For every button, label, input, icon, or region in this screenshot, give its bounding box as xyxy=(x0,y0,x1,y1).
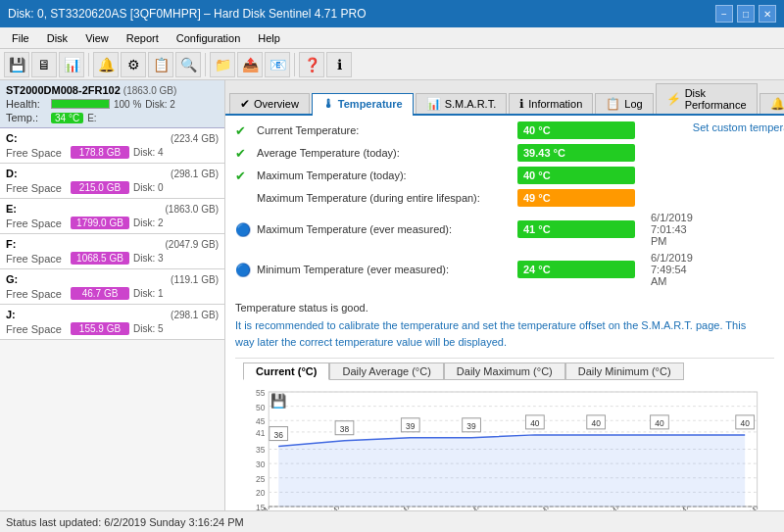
maximize-button[interactable]: □ xyxy=(737,5,755,23)
title-text: Disk: 0, ST3320620AS [3QF0MHPR] – Hard D… xyxy=(8,7,367,21)
menu-configuration[interactable]: Configuration xyxy=(169,30,248,46)
toolbar-btn-6[interactable]: 📋 xyxy=(148,52,173,77)
menu-view[interactable]: View xyxy=(77,30,117,46)
svg-text:39: 39 xyxy=(466,421,476,431)
tab-label-information: Information xyxy=(528,98,582,110)
window-controls: − □ ✕ xyxy=(715,5,776,23)
chart-tabs: Current (°C)Daily Average (°C)Daily Maxi… xyxy=(243,363,766,380)
check-icon: ✔ xyxy=(235,123,251,138)
status-text: Status last updated: 6/2/2019 Sunday 3:1… xyxy=(6,516,244,528)
toolbar: 💾 🖥 📊 🔔 ⚙ 📋 🔍 📁 📤 📧 ❓ ℹ xyxy=(0,49,784,80)
menu-disk[interactable]: Disk xyxy=(39,30,75,46)
tabs-row: ✔Overview🌡Temperature📊S.M.A.R.T.ℹInforma… xyxy=(225,80,784,116)
svg-text:40: 40 xyxy=(655,418,664,428)
drive-list-item[interactable]: E: (1863.0 GB) Free Space 1799.0 GB Disk… xyxy=(0,199,224,234)
temp-row-label: Maximum Temperature (ever measured): xyxy=(257,223,512,235)
temp-label-header: Temp.: xyxy=(6,112,47,123)
drive-list-item[interactable]: C: (223.4 GB) Free Space 178.8 GB Disk: … xyxy=(0,128,224,164)
svg-text:38: 38 xyxy=(340,423,350,433)
status-bar: Status last updated: 6/2/2019 Sunday 3:1… xyxy=(0,510,784,532)
health-bar xyxy=(52,100,109,108)
tab-icon-smart: 📊 xyxy=(426,97,441,111)
tab-smart[interactable]: 📊S.M.A.R.T. xyxy=(416,93,508,114)
temp-row-3: Maximum Temperature (during entire lifes… xyxy=(235,189,693,207)
temp-gauge: 41 °C xyxy=(517,220,635,238)
free-space-label: Free Space xyxy=(6,182,67,194)
chart-tab[interactable]: Current (°C) xyxy=(243,363,329,380)
free-space-value: 215.0 GB xyxy=(71,181,129,194)
toolbar-btn-7[interactable]: 🔍 xyxy=(175,52,201,77)
chart-tab[interactable]: Daily Average (°C) xyxy=(329,363,443,380)
tab-label-log: Log xyxy=(624,98,642,110)
tab-label-diskperf: Disk Performance xyxy=(685,87,747,111)
toolbar-btn-help[interactable]: ❓ xyxy=(299,52,324,77)
free-space-value: 178.8 GB xyxy=(71,146,129,159)
chart-tab[interactable]: Daily Maximum (°C) xyxy=(444,363,565,380)
drive-size: (119.1 GB) xyxy=(171,274,219,285)
right-panel: ✔Overview🌡Temperature📊S.M.A.R.T.ℹInforma… xyxy=(225,80,784,510)
menu-file[interactable]: File xyxy=(4,30,37,46)
drive-list-item[interactable]: G: (119.1 GB) Free Space 46.7 GB Disk: 1 xyxy=(0,269,224,305)
svg-text:55: 55 xyxy=(256,388,266,398)
drive-list-item[interactable]: J: (298.1 GB) Free Space 155.9 GB Disk: … xyxy=(0,305,224,340)
free-space-value: 1799.0 GB xyxy=(71,217,129,229)
free-space-disk: Disk: 0 xyxy=(133,182,164,193)
temp-value: 24 °C xyxy=(517,261,635,278)
tab-log[interactable]: 📋Log xyxy=(595,93,653,114)
free-space-label: Free Space xyxy=(6,288,67,300)
drive-size: (223.4 GB) xyxy=(171,133,219,144)
svg-text:40: 40 xyxy=(530,418,540,428)
tab-overview[interactable]: ✔Overview xyxy=(229,93,310,114)
check-icon: ✔ xyxy=(235,169,251,183)
tab-temperature[interactable]: 🌡Temperature xyxy=(312,93,414,116)
minimize-button[interactable]: − xyxy=(715,5,733,23)
temp-value: 39.43 °C xyxy=(517,144,635,162)
temp-note: It is recommended to calibrate the tempe… xyxy=(235,317,755,350)
drive-list-item[interactable]: D: (298.1 GB) Free Space 215.0 GB Disk: … xyxy=(0,164,224,199)
toolbar-sep-1 xyxy=(88,53,89,76)
temp-row-2: ✔ Maximum Temperature (today): 40 °C xyxy=(235,167,693,184)
toolbar-btn-3[interactable]: 📊 xyxy=(59,52,84,77)
toolbar-btn-10[interactable]: 📧 xyxy=(265,52,290,77)
toolbar-btn-4[interactable]: 🔔 xyxy=(93,52,119,77)
menu-report[interactable]: Report xyxy=(119,30,167,46)
drive-letter: G: xyxy=(6,273,18,285)
toolbar-btn-5[interactable]: ⚙ xyxy=(121,52,146,77)
tab-information[interactable]: ℹInformation xyxy=(509,93,593,114)
temp-gauge: 40 °C xyxy=(517,167,635,184)
temp-row-1: ✔ Average Temperature (today): 39.43 °C xyxy=(235,144,693,162)
drive-temp-row: Temp.: 34 °C E: xyxy=(6,112,219,123)
disk-num: Disk: 2 xyxy=(145,99,175,110)
drive-list-item[interactable]: F: (2047.9 GB) Free Space 1068.5 GB Disk… xyxy=(0,234,224,269)
temp-gauge: 39.43 °C xyxy=(517,144,635,162)
temp-gauge: 49 °C xyxy=(517,189,635,207)
free-space-value: 1068.5 GB xyxy=(71,252,129,265)
drive-health-row: Health: 100 % Disk: 2 xyxy=(6,98,219,110)
tab-diskperf[interactable]: ⚡Disk Performance xyxy=(656,83,758,114)
free-space-value: 46.7 GB xyxy=(71,287,129,300)
svg-text:50: 50 xyxy=(256,402,266,411)
toolbar-btn-1[interactable]: 💾 xyxy=(4,52,29,77)
temp-row-label: Current Temperature: xyxy=(257,124,512,136)
tab-label-smart: S.M.A.R.T. xyxy=(445,98,497,110)
tab-alerts[interactable]: 🔔Alerts xyxy=(760,93,784,114)
chart-container: 55504541353025201536383939404040402:41:0… xyxy=(243,384,766,510)
svg-text:25: 25 xyxy=(256,473,266,483)
svg-text:35: 35 xyxy=(256,445,266,455)
toolbar-btn-info[interactable]: ℹ xyxy=(326,52,352,77)
chart-tab[interactable]: Daily Minimum (°C) xyxy=(565,363,684,380)
temp-gauge: 24 °C xyxy=(517,261,635,278)
svg-text:40: 40 xyxy=(740,418,750,428)
close-button[interactable]: ✕ xyxy=(759,5,776,23)
drive-list: C: (223.4 GB) Free Space 178.8 GB Disk: … xyxy=(0,128,224,340)
temp-row-label: Average Temperature (today): xyxy=(257,147,512,159)
free-space-label: Free Space xyxy=(6,253,67,265)
toolbar-btn-8[interactable]: 📁 xyxy=(210,52,235,77)
custom-threshold-link[interactable]: Set custom temperature thresholds xyxy=(693,121,784,133)
health-bar-container xyxy=(51,99,110,109)
toolbar-btn-9[interactable]: 📤 xyxy=(237,52,263,77)
free-space-disk: Disk: 5 xyxy=(133,323,164,334)
toolbar-btn-2[interactable]: 🖥 xyxy=(31,52,57,77)
menu-help[interactable]: Help xyxy=(250,30,288,46)
drive-letter: C: xyxy=(6,132,18,144)
